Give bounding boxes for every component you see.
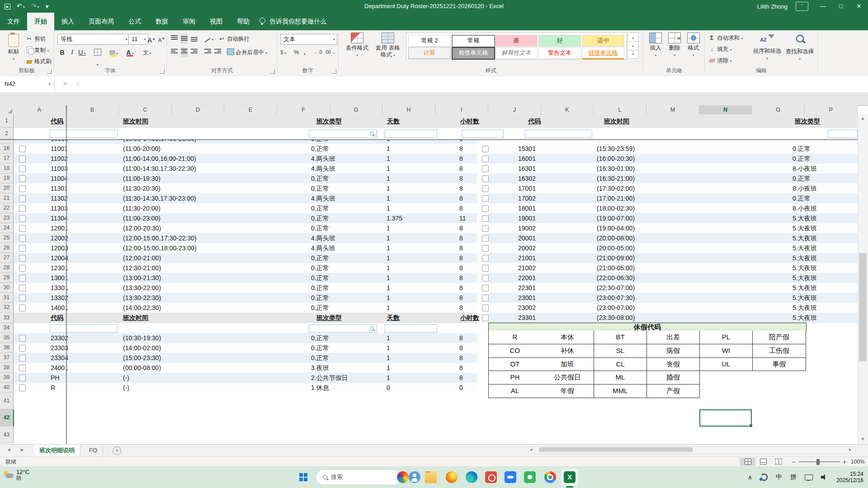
tray-chevron-icon[interactable]: ∧	[748, 474, 752, 481]
zoom-in-icon[interactable]: +	[843, 458, 846, 465]
row-header-31[interactable]: 31	[0, 293, 14, 303]
cancel-icon[interactable]: ✕	[63, 80, 68, 87]
accounting-format-button[interactable]: $ ▾	[280, 47, 286, 57]
maximize-button[interactable]: □	[832, 0, 850, 13]
row-checkbox[interactable]	[19, 295, 26, 301]
decrease-indent-button[interactable]	[204, 47, 211, 57]
column-header-K[interactable]: K	[541, 105, 594, 115]
filter-input[interactable]	[50, 324, 118, 333]
font-family-select[interactable]: 等线▾	[57, 34, 130, 45]
taskbar-app-app-red-icon[interactable]	[485, 471, 497, 483]
cell-style-适中[interactable]: 适中	[582, 35, 624, 47]
copy-button[interactable]: 复制 ▾	[25, 45, 49, 55]
row-header-30[interactable]: 30	[0, 283, 14, 293]
shrink-font-button[interactable]: A▼	[157, 34, 166, 44]
row-checkbox[interactable]	[482, 275, 489, 282]
filter-input[interactable]	[828, 130, 858, 138]
filter-input[interactable]	[50, 130, 118, 138]
taskbar-app-explorer-icon[interactable]	[425, 471, 437, 483]
row-checkbox[interactable]	[19, 365, 26, 371]
gallery-down-icon[interactable]: ▾	[627, 41, 638, 50]
column-header-M[interactable]: M	[646, 105, 699, 115]
row-header-37[interactable]: 37	[0, 353, 14, 363]
row-checkbox[interactable]	[482, 265, 489, 272]
taskbar-app-edge-icon[interactable]	[466, 471, 477, 483]
row-header-29[interactable]: 29	[0, 273, 14, 283]
taskbar-search[interactable]: 搜索	[316, 470, 401, 484]
ribbon-display-options-icon[interactable]: ⌃	[796, 2, 808, 11]
row-checkbox[interactable]	[482, 245, 489, 252]
selected-cell-N42[interactable]	[699, 409, 752, 427]
row-checkbox[interactable]	[19, 305, 26, 311]
fill-button[interactable]: ↓填充 ▾	[708, 44, 732, 54]
font-size-select[interactable]: 11▾	[128, 34, 148, 45]
column-header-G[interactable]: G	[330, 105, 382, 115]
merge-center-button[interactable]: 合并后居中 ▾	[227, 47, 267, 57]
row-header-19[interactable]: 19	[0, 174, 14, 183]
comma-button[interactable]: ,	[304, 47, 305, 57]
row-header-40[interactable]: 40	[0, 383, 14, 393]
row-header-21[interactable]: 21	[0, 193, 14, 203]
row-checkbox[interactable]	[482, 175, 489, 182]
row-header-34[interactable]: 34	[0, 323, 14, 333]
sheet-tab-班次明细说明[interactable]: 班次明细说明	[34, 445, 80, 457]
column-header-C[interactable]: C	[119, 105, 172, 115]
row-header-41[interactable]: 41	[0, 393, 14, 409]
number-format-select[interactable]: 文本▾	[280, 34, 337, 45]
find-select-button[interactable]: 查找和选择▾	[784, 33, 816, 62]
row-checkbox[interactable]	[482, 225, 489, 232]
row-checkbox[interactable]	[482, 215, 489, 222]
row-checkbox[interactable]	[19, 385, 26, 391]
column-header-P[interactable]: P	[805, 105, 858, 115]
column-header-F[interactable]: F	[277, 105, 330, 115]
row-checkbox[interactable]	[19, 245, 26, 252]
paste-button[interactable]: 粘贴▾	[3, 33, 24, 62]
zoom-out-icon[interactable]: −	[792, 458, 796, 465]
column-header-H[interactable]: H	[382, 105, 435, 115]
align-top-button[interactable]	[171, 34, 178, 44]
align-middle-button[interactable]	[181, 34, 188, 44]
cell-style-常规[interactable]: 常规	[452, 35, 495, 47]
column-header-B[interactable]: B	[66, 105, 119, 115]
network-display-icon[interactable]	[805, 474, 813, 480]
zoom-slider-thumb[interactable]	[816, 459, 820, 465]
row-checkbox[interactable]	[19, 375, 26, 381]
format-cells-button[interactable]: 格式▾	[684, 33, 703, 59]
volume-icon[interactable]	[821, 474, 828, 480]
row-header-23[interactable]: 23	[0, 213, 14, 223]
row-checkbox[interactable]	[482, 205, 489, 212]
conditional-formatting-button[interactable]: 条件格式▾	[343, 33, 372, 59]
row-checkbox[interactable]	[482, 295, 489, 301]
row-header-20[interactable]: 20	[0, 183, 14, 193]
taskbar-app-firefox-icon[interactable]	[446, 471, 458, 483]
align-center-button[interactable]	[181, 47, 188, 57]
row-checkbox[interactable]	[19, 165, 26, 172]
increase-indent-button[interactable]	[214, 47, 221, 57]
align-bottom-button[interactable]	[191, 34, 198, 44]
align-right-button[interactable]	[191, 47, 198, 57]
row-checkbox[interactable]	[19, 255, 26, 262]
clipboard-dialog-launcher-icon[interactable]	[47, 69, 52, 74]
row-checkbox[interactable]	[482, 305, 489, 311]
zoom-level[interactable]: 100%	[851, 459, 865, 465]
column-header-I[interactable]: I	[435, 105, 488, 115]
row-header-27[interactable]: 27	[0, 253, 14, 263]
row-checkbox[interactable]	[482, 145, 489, 152]
percent-button[interactable]: %	[294, 47, 299, 57]
row-header-26[interactable]: 26	[0, 243, 14, 253]
row-header-1[interactable]: 1	[0, 114, 14, 128]
fill-color-button[interactable]: ▾	[109, 47, 118, 57]
row-header-39[interactable]: 39	[0, 373, 14, 383]
cell-style-常规 2[interactable]: 常规 2	[408, 35, 451, 47]
align-left-button[interactable]	[171, 47, 178, 57]
row-header-16[interactable]: 16	[0, 144, 14, 154]
row-header-38[interactable]: 38	[0, 363, 14, 373]
taskbar-clock[interactable]: 15:242025/12/16	[836, 471, 863, 483]
row-header-2[interactable]: 2	[0, 128, 14, 139]
taskbar-app-app-blue-icon[interactable]	[505, 471, 516, 483]
cell-style-链接单元格[interactable]: 链接单元格	[582, 47, 624, 59]
borders-button[interactable]: ▾	[93, 47, 102, 57]
start-button[interactable]	[299, 473, 307, 481]
phonetic-guide-button[interactable]: 文 ▾	[142, 47, 152, 57]
taskbar-app-contacts-icon[interactable]	[409, 471, 420, 483]
